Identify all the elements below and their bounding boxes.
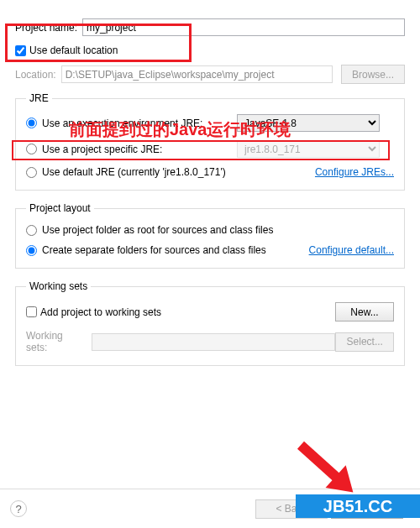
help-icon[interactable]: ? xyxy=(10,500,27,517)
layout-separate-label: Create separate folders for sources and … xyxy=(42,244,266,256)
project-layout-group: Project layout Use project folder as roo… xyxy=(15,202,405,269)
jre-exec-env-label: Use an execution environment JRE: xyxy=(42,118,237,129)
jre-specific-radio[interactable] xyxy=(26,144,37,154)
add-to-working-sets-checkbox[interactable] xyxy=(26,306,37,317)
jre-specific-select: jre1.8.0_171 xyxy=(237,140,380,158)
jre-legend: JRE xyxy=(26,92,52,104)
browse-button: Browse... xyxy=(341,65,405,84)
working-sets-select-label: Working sets: xyxy=(26,330,87,353)
project-layout-legend: Project layout xyxy=(26,202,94,214)
use-default-location-checkbox[interactable] xyxy=(15,45,26,56)
configure-default-link[interactable]: Configure default... xyxy=(309,244,394,256)
project-name-input[interactable] xyxy=(82,18,405,36)
jre-default-radio[interactable] xyxy=(26,167,37,178)
layout-root-radio[interactable] xyxy=(26,225,37,236)
jre-default-label: Use default JRE (currently 'jre1.8.0_171… xyxy=(42,166,226,178)
working-sets-select xyxy=(92,333,336,351)
working-sets-legend: Working sets xyxy=(26,280,91,292)
working-sets-group: Working sets Add project to working sets… xyxy=(15,280,405,366)
working-sets-new-button[interactable]: New... xyxy=(335,302,394,322)
annotation-arrow xyxy=(297,442,343,484)
layout-root-label: Use project folder as root for sources a… xyxy=(42,224,273,236)
add-to-working-sets-label: Add project to working sets xyxy=(40,306,161,318)
jre-exec-env-radio[interactable] xyxy=(26,118,37,128)
project-name-label: Project name: xyxy=(15,22,77,34)
jre-exec-env-select[interactable]: JavaSE-1.8 xyxy=(237,114,380,132)
layout-separate-radio[interactable] xyxy=(26,245,37,256)
configure-jres-link[interactable]: Configure JREs... xyxy=(315,166,394,178)
working-sets-select-button: Select... xyxy=(335,332,394,352)
location-label: Location: xyxy=(15,69,56,81)
use-default-location-label: Use default location xyxy=(29,44,118,56)
location-input xyxy=(61,65,333,83)
jre-specific-label: Use a project specific JRE: xyxy=(42,144,237,155)
watermark: JB51.CC xyxy=(296,494,420,518)
jre-group: JRE Use an execution environment JRE: Ja… xyxy=(15,92,405,191)
